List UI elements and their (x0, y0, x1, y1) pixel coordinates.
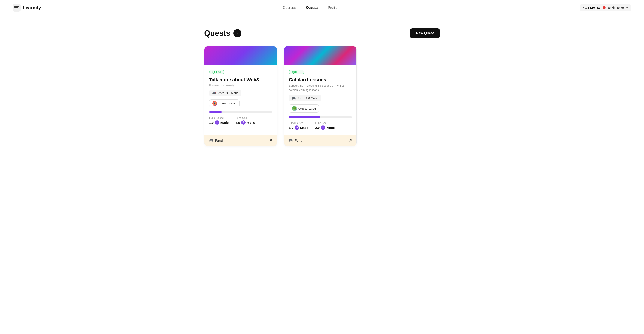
fund-raised-label-2: Fund Raised (289, 122, 308, 125)
cards-grid: QUEST Talk more about Web3 Powered by Le… (204, 46, 440, 146)
price-label-2: Price (297, 97, 304, 100)
owner-avatar-2: 🌿 (292, 106, 297, 111)
fund-label-1: 🎮 Fund (209, 138, 223, 142)
logo-icon (13, 4, 20, 12)
nav-profile[interactable]: Profile (328, 6, 338, 10)
page-header: Quests 2 New Quest (204, 28, 440, 38)
fund-label-2: 🎮 Fund (289, 138, 302, 142)
logo-text: Learnify (23, 5, 41, 11)
progress-bar-fill-2 (289, 116, 320, 118)
fund-goal-value-1: 5.0 Matic (236, 120, 255, 125)
fund-stats-2: Fund Raised 1.0 Matic Fund Goal 2.0 Mati… (289, 122, 352, 130)
page-title-wrap: Quests 2 (204, 29, 242, 38)
progress-bar-wrap-1 (209, 111, 272, 113)
fund-stats-1: Fund Raised 1.0 Matic Fund Goal 5.0 Mati… (209, 116, 272, 125)
fund-footer-2[interactable]: 🎮 Fund ↗ (284, 134, 356, 146)
fund-raised-stat-2: Fund Raised 1.0 Matic (289, 122, 308, 130)
card-title-1: Talk more about Web3 (209, 77, 272, 83)
nav-courses[interactable]: Courses (283, 6, 296, 10)
matic-logo-1b (241, 120, 246, 125)
nav-links: Courses Quests Profile (283, 6, 338, 10)
fund-raised-value-1: 1.0 Matic (209, 120, 228, 125)
svg-rect-1 (14, 6, 19, 7)
price-pill-2: 🎮 Price 1.0 Matic (289, 95, 321, 101)
new-quest-button[interactable]: New Quest (410, 28, 440, 38)
fund-arrow-2: ↗ (348, 138, 352, 143)
wallet-balance: 4.31 MATIC (583, 6, 600, 10)
fund-goal-label-2: Fund Goal (315, 122, 335, 125)
card-body-1: QUEST Talk more about Web3 Powered by Le… (204, 65, 277, 134)
card-banner-1 (204, 46, 277, 65)
fund-raised-value-2: 1.0 Matic (289, 125, 308, 130)
price-pill-1: 🎮 Price 0.5 Matic (209, 90, 241, 96)
nav-quests[interactable]: Quests (306, 6, 318, 10)
fund-goal-stat-2: Fund Goal 2.0 Matic (315, 122, 335, 130)
owner-btn-2[interactable]: 🌿 0x563...1Df8d (289, 104, 319, 113)
card-title-2: Catalan Lessons (289, 77, 352, 83)
wallet-button[interactable]: 4.31 MATIC 0x7b...5a59 ▾ (580, 4, 631, 11)
matic-logo-1a (215, 120, 219, 125)
owner-address-1: 0x7b1...5a59d (219, 102, 236, 105)
owner-btn-1[interactable]: 🎭 0x7b1...5a59d (209, 99, 240, 107)
matic-logo-2a (294, 125, 299, 130)
page-title: Quests (204, 29, 230, 38)
fund-icon-2: 🎮 (289, 138, 293, 142)
quest-card-1: QUEST Talk more about Web3 Powered by Le… (204, 46, 277, 146)
progress-bar-wrap-2 (289, 116, 352, 118)
svg-rect-3 (14, 9, 19, 9)
price-value-1: 0.5 Matic (226, 91, 238, 95)
quests-count-badge: 2 (233, 29, 242, 37)
fund-raised-stat-1: Fund Raised 1.0 Matic (209, 116, 228, 125)
wallet-dot-icon (603, 6, 606, 9)
fund-goal-value-2: 2.0 Matic (315, 125, 335, 130)
navbar: Learnify Courses Quests Profile 4.31 MAT… (0, 0, 644, 16)
page-content: Quests 2 New Quest QUEST Talk more about… (204, 16, 440, 163)
fund-raised-label-1: Fund Raised (209, 116, 228, 119)
price-icon-1: 🎮 (212, 91, 216, 95)
logo[interactable]: Learnify (13, 4, 41, 12)
price-value-2: 1.0 Matic (306, 97, 318, 100)
card-description-2: Support me in creating 5 episodes of my … (289, 84, 352, 92)
quest-badge-1: QUEST (209, 70, 224, 74)
owner-address-2: 0x563...1Df8d (298, 107, 316, 110)
progress-bar-fill-1 (209, 111, 222, 113)
card-banner-2 (284, 46, 356, 65)
fund-arrow-1: ↗ (269, 138, 272, 143)
svg-rect-2 (14, 7, 18, 8)
wallet-address: 0x7b...5a59 (608, 6, 624, 10)
fund-goal-stat-1: Fund Goal 5.0 Matic (236, 116, 255, 125)
quest-card-2: QUEST Catalan Lessons Support me in crea… (284, 46, 357, 146)
price-label-1: Price (218, 91, 224, 95)
matic-logo-2b (321, 125, 325, 130)
fund-footer-1[interactable]: 🎮 Fund ↗ (204, 134, 277, 146)
quest-badge-2: QUEST (289, 70, 304, 74)
wallet-chevron-icon: ▾ (626, 6, 628, 9)
fund-goal-label-1: Fund Goal (236, 116, 255, 119)
fund-icon-1: 🎮 (209, 138, 213, 142)
owner-avatar-1: 🎭 (212, 101, 217, 106)
card-body-2: QUEST Catalan Lessons Support me in crea… (284, 65, 356, 134)
price-icon-2: 🎮 (292, 96, 296, 100)
card-subtitle-1: Powered by Learnify (209, 84, 272, 87)
